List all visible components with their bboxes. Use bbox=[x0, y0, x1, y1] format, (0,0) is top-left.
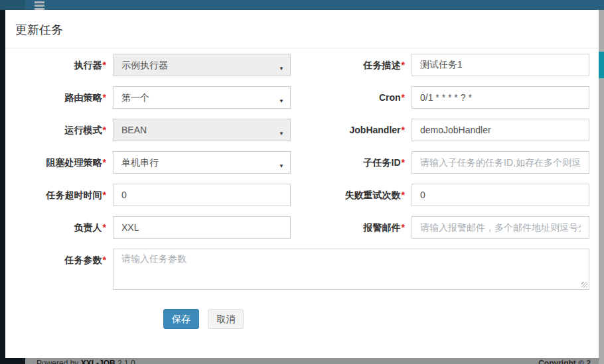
task-desc-label: 任务描述* bbox=[291, 54, 412, 76]
cron-label: Cron* bbox=[291, 86, 412, 109]
jobhandler-input[interactable] bbox=[412, 119, 589, 141]
modal-body: 执行器* 示例执行器 ▼ 任务描述* 路由策略* 第一个 ▼ Cron* bbox=[5, 48, 598, 329]
navbar-logo bbox=[0, 0, 25, 10]
child-jobid-input[interactable] bbox=[412, 151, 589, 174]
block-strategy-select[interactable]: 单机串行 ▼ bbox=[113, 151, 291, 174]
block-strategy-label: 阻塞处理策略* bbox=[5, 151, 113, 174]
modal-header: 更新任务 bbox=[5, 10, 598, 48]
sidebar-strip bbox=[0, 10, 5, 364]
author-label: 负责人* bbox=[5, 216, 113, 239]
child-jobid-label: 子任务ID* bbox=[291, 151, 412, 174]
alarm-email-input[interactable] bbox=[412, 216, 589, 239]
timeout-input[interactable] bbox=[113, 184, 291, 206]
author-input[interactable] bbox=[113, 216, 291, 239]
form-row: 执行器* 示例执行器 ▼ 任务描述* bbox=[5, 54, 598, 76]
task-desc-input[interactable] bbox=[412, 54, 589, 76]
executor-select[interactable]: 示例执行器 ▼ bbox=[113, 54, 291, 76]
route-strategy-label: 路由策略* bbox=[5, 86, 113, 109]
copyright: Copyright © 2 bbox=[538, 359, 591, 364]
scrollbar[interactable] bbox=[599, 10, 604, 364]
chevron-down-icon: ▼ bbox=[279, 62, 284, 76]
run-mode-label: 运行模式* bbox=[5, 119, 113, 141]
chevron-down-icon: ▼ bbox=[279, 127, 284, 141]
form-row: 路由策略* 第一个 ▼ Cron* bbox=[5, 86, 598, 109]
job-param-label: 任务参数* bbox=[5, 249, 113, 290]
hamburger-menu-icon[interactable] bbox=[35, 1, 44, 9]
modal-title: 更新任务 bbox=[15, 22, 588, 38]
page-footer: Powered by XXL-JOB 2.1.0 Copyright © 2 bbox=[0, 358, 599, 364]
cancel-button[interactable]: 取消 bbox=[208, 309, 244, 329]
form-row: 运行模式* BEAN ▼ JobHandler* bbox=[5, 119, 598, 141]
powered-by: Powered by XXL-JOB 2.1.0 bbox=[37, 359, 135, 364]
fail-retry-input[interactable] bbox=[412, 184, 589, 206]
update-task-modal: 更新任务 执行器* 示例执行器 ▼ 任务描述* 路由策略* 第一个 ▼ bbox=[5, 10, 598, 358]
form-row: 任务参数* bbox=[5, 249, 598, 290]
modal-footer: 保存 取消 bbox=[163, 309, 598, 329]
chevron-down-icon: ▼ bbox=[279, 160, 284, 173]
scrollbar-thumb[interactable] bbox=[599, 52, 604, 78]
executor-label: 执行器* bbox=[5, 54, 113, 76]
form-row: 阻塞处理策略* 单机串行 ▼ 子任务ID* bbox=[5, 151, 598, 174]
sidebar-footer-corner bbox=[0, 358, 25, 364]
run-mode-select[interactable]: BEAN ▼ bbox=[113, 119, 291, 141]
navbar bbox=[0, 0, 604, 10]
chevron-down-icon: ▼ bbox=[279, 95, 284, 108]
jobhandler-label: JobHandler* bbox=[291, 119, 412, 141]
route-strategy-select[interactable]: 第一个 ▼ bbox=[113, 86, 291, 109]
form-row: 任务超时时间* 失败重试次数* bbox=[5, 184, 598, 206]
alarm-email-label: 报警邮件* bbox=[291, 216, 412, 239]
form-row: 负责人* 报警邮件* bbox=[5, 216, 598, 239]
cron-input[interactable] bbox=[412, 86, 589, 109]
page: 更新任务 执行器* 示例执行器 ▼ 任务描述* 路由策略* 第一个 ▼ bbox=[0, 0, 604, 364]
fail-retry-label: 失败重试次数* bbox=[291, 184, 412, 206]
save-button[interactable]: 保存 bbox=[163, 309, 199, 329]
job-param-textarea[interactable] bbox=[113, 249, 589, 290]
timeout-label: 任务超时时间* bbox=[5, 184, 113, 206]
